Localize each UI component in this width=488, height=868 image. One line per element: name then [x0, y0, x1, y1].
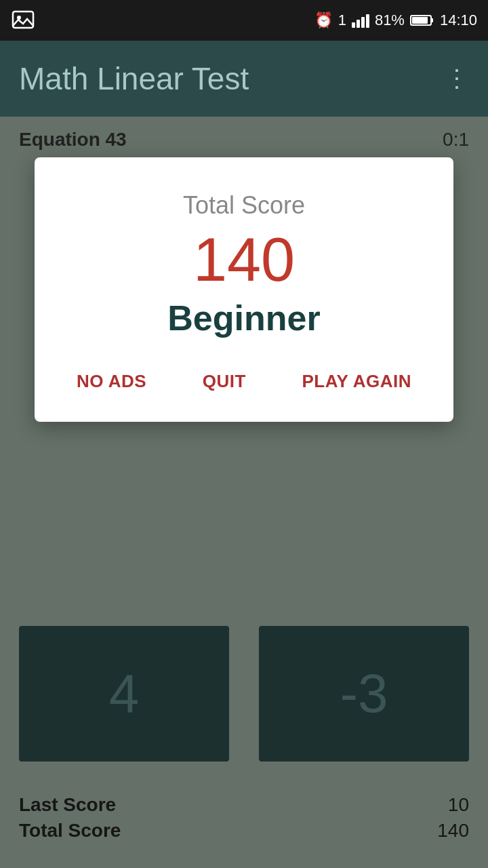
photo-icon [11, 8, 35, 33]
more-options-icon[interactable]: ⋮ [445, 64, 469, 93]
no-ads-button[interactable]: NO ADS [68, 366, 155, 397]
modal-title: Total Score [183, 191, 305, 220]
modal-level: Beginner [167, 298, 320, 338]
modal-overlay: Total Score 140 Beginner NO ADS QUIT PLA… [0, 117, 488, 868]
modal-buttons: NO ADS QUIT PLAY AGAIN [62, 366, 426, 397]
svg-rect-4 [412, 17, 428, 24]
status-bar-left [11, 8, 35, 33]
alarm-icon: ⏰ [314, 12, 333, 29]
svg-rect-0 [13, 12, 33, 28]
notification-badge: 1 [338, 12, 346, 29]
score-modal: Total Score 140 Beginner NO ADS QUIT PLA… [35, 157, 453, 422]
play-again-button[interactable]: PLAY AGAIN [293, 366, 420, 397]
status-bar: ⏰ 1 81% 14:10 [0, 0, 488, 41]
svg-rect-3 [431, 18, 433, 22]
battery-icon [410, 14, 434, 27]
app-bar: Math Linear Test ⋮ [0, 41, 488, 117]
modal-score-value: 140 [193, 226, 295, 294]
status-bar-right: ⏰ 1 81% 14:10 [314, 12, 477, 29]
svg-point-1 [17, 16, 21, 20]
app-title: Math Linear Test [19, 60, 249, 97]
clock-time: 14:10 [440, 12, 477, 29]
quit-button[interactable]: QUIT [195, 366, 254, 397]
battery-percentage: 81% [375, 12, 405, 29]
main-content: Equation 43 0:1 -3x-5y+3z=-6 -4x+2y+4z=1… [0, 117, 488, 868]
signal-icon [352, 13, 369, 28]
